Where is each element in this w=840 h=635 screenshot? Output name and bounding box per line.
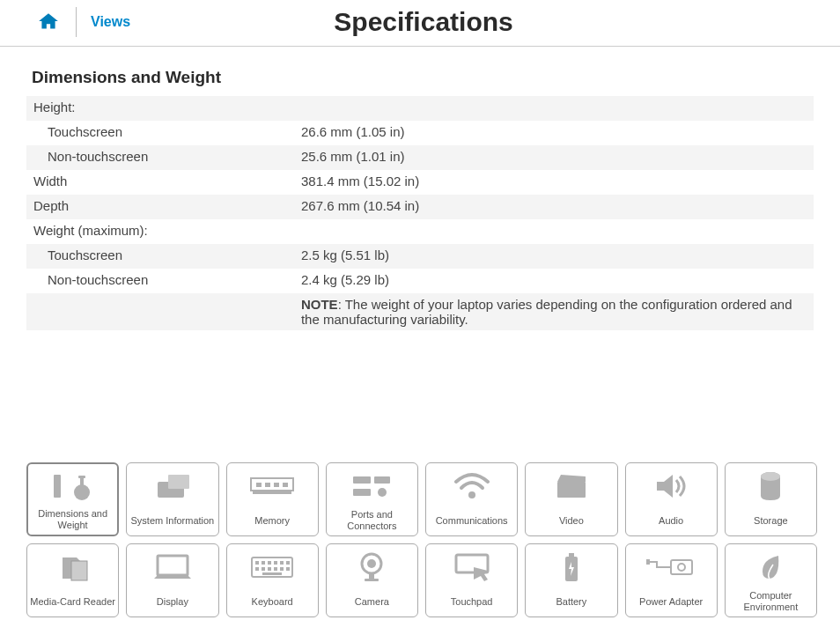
header-divider: [76, 7, 77, 37]
cell-value: 26.6 mm (1.05 in): [294, 121, 814, 145]
table-row: Non-touchscreen25.6 mm (1.01 in): [26, 145, 814, 170]
section-title: Dimensions and Weight: [26, 68, 814, 87]
table-row: Width381.4 mm (15.02 in): [26, 170, 814, 195]
cell-label: Height:: [26, 96, 294, 121]
table-row: Depth267.6 mm (10.54 in): [26, 195, 814, 219]
cell-label: Weight (maximum):: [26, 219, 294, 244]
cell-label: Non-touchscreen: [26, 145, 294, 170]
cell-label: Non-touchscreen: [26, 269, 294, 293]
cell-value: 25.6 mm (1.01 in): [294, 145, 814, 170]
cell-value: [294, 219, 814, 244]
views-link[interactable]: Views: [91, 14, 130, 30]
table-row: Non-touchscreen2.4 kg (5.29 lb): [26, 269, 814, 293]
cell-value: [294, 96, 814, 121]
note-prefix: NOTE: [301, 297, 338, 312]
table-row: Touchscreen2.5 kg (5.51 lb): [26, 244, 814, 269]
cell-value: 2.4 kg (5.29 lb): [294, 269, 814, 293]
content-area: Dimensions and Weight Height: Touchscree…: [0, 47, 840, 339]
page-title: Specifications: [130, 7, 805, 37]
home-icon[interactable]: [35, 11, 62, 33]
spec-table: Height: Touchscreen26.6 mm (1.05 in) Non…: [26, 96, 814, 330]
cell-label: Width: [26, 170, 294, 195]
table-row: Touchscreen26.6 mm (1.05 in): [26, 121, 814, 145]
cell-note: NOTE: The weight of your laptop varies d…: [294, 293, 814, 330]
table-row: NOTE: The weight of your laptop varies d…: [26, 293, 814, 330]
table-row: Height:: [26, 96, 814, 121]
cell-value: 267.6 mm (10.54 in): [294, 195, 814, 219]
cell-label: Depth: [26, 195, 294, 219]
table-row: Weight (maximum):: [26, 219, 814, 244]
cell-label: Touchscreen: [26, 121, 294, 145]
cell-label: [26, 293, 294, 330]
cell-value: 2.5 kg (5.51 lb): [294, 244, 814, 269]
cell-value: 381.4 mm (15.02 in): [294, 170, 814, 195]
header-bar: Views Specifications: [0, 0, 840, 47]
note-text: : The weight of your laptop varies depen…: [301, 297, 792, 327]
cell-label: Touchscreen: [26, 244, 294, 269]
